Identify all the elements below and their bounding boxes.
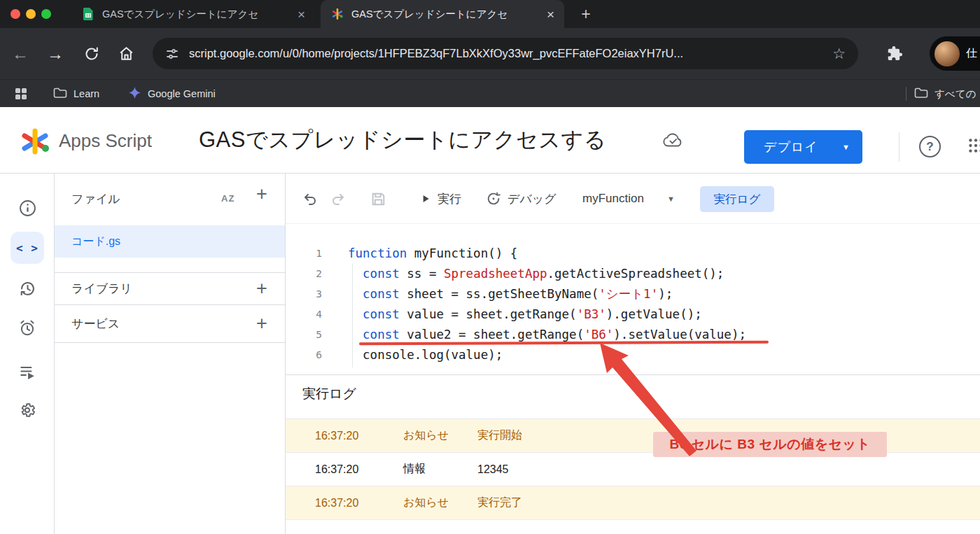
- files-sidebar: ファイル AZ + コード.gs ライブラリ + サービス +: [55, 174, 286, 534]
- line-number: 3: [286, 284, 322, 304]
- bookmark-label: Google Gemini: [148, 88, 216, 99]
- bookmark-folder-all[interactable]: すべての: [914, 80, 976, 108]
- folder-icon: [914, 87, 928, 101]
- triggers-clock-icon[interactable]: [0, 319, 55, 337]
- debug-label: デバッグ: [507, 191, 556, 207]
- indent-guide: [352, 264, 353, 367]
- settings-gear-icon[interactable]: [0, 401, 55, 419]
- code-line[interactable]: 6 console.log(value);: [286, 345, 980, 365]
- code-line[interactable]: 1function myFunction() {: [286, 244, 980, 264]
- help-button[interactable]: ?: [919, 136, 941, 157]
- line-number: 1: [286, 244, 322, 264]
- run-button[interactable]: 実行: [420, 174, 461, 224]
- log-row: 16:37:20 情報 12345: [286, 453, 980, 486]
- save-icon[interactable]: [370, 174, 387, 224]
- bookmark-learn[interactable]: Learn: [53, 80, 99, 108]
- add-file-button[interactable]: +: [256, 183, 267, 205]
- tab-title: GASでスプレッドシートにアクセ: [102, 8, 290, 21]
- gemini-icon: [128, 86, 141, 101]
- profile-button[interactable]: 仕: [930, 36, 980, 71]
- line-number: 6: [286, 345, 322, 365]
- forward-button[interactable]: →: [42, 28, 69, 79]
- bookmark-gemini[interactable]: Google Gemini: [128, 80, 216, 108]
- execution-log-button[interactable]: 実行ログ: [700, 186, 774, 212]
- line-number: 5: [286, 325, 322, 345]
- apps-script-logo: [18, 127, 52, 159]
- google-apps-grid-icon[interactable]: [967, 136, 980, 157]
- log-time: 16:37:20: [286, 430, 403, 442]
- file-item-code-gs[interactable]: コード.gs: [55, 225, 285, 258]
- app-header: Apps Script GASでスプレッドシートにアクセスする デプロイ ▼ ?: [0, 107, 980, 174]
- chevron-down-icon[interactable]: ▼: [842, 143, 850, 151]
- app-name[interactable]: Apps Script: [59, 127, 152, 155]
- close-tab-icon[interactable]: ×: [298, 8, 305, 21]
- url-text[interactable]: script.google.com/u/0/home/projects/1HFP…: [189, 47, 824, 60]
- services-label: サービス: [71, 316, 120, 332]
- left-icon-rail: < >: [0, 174, 55, 534]
- profile-label: 仕: [966, 46, 977, 61]
- new-tab-button[interactable]: +: [574, 0, 598, 28]
- code-text[interactable]: const value = sheet.getRange('B3').getVa…: [322, 304, 702, 325]
- add-service-button[interactable]: +: [256, 313, 267, 335]
- debug-icon: [486, 191, 501, 206]
- project-title[interactable]: GASでスプレッドシートにアクセスする: [199, 124, 606, 156]
- reload-icon[interactable]: [78, 28, 105, 79]
- bookmarks-divider: [906, 87, 906, 101]
- header-divider: [899, 132, 899, 162]
- code-line[interactable]: 4 const value = sheet.getRange('B3').get…: [286, 304, 980, 325]
- libraries-section: ライブラリ +: [55, 272, 285, 304]
- code-text[interactable]: const sheet = ss.getSheetByName('シート1');: [322, 284, 673, 304]
- code-text[interactable]: function myFunction() {: [322, 244, 517, 264]
- undo-icon[interactable]: [301, 174, 318, 224]
- extensions-icon[interactable]: [881, 28, 909, 79]
- code-line[interactable]: 2 const ss = SpreadsheetApp.getActiveSpr…: [286, 264, 980, 284]
- close-window-button[interactable]: [10, 9, 20, 19]
- back-button[interactable]: ←: [7, 28, 34, 79]
- executions-icon[interactable]: [0, 363, 55, 381]
- code-text[interactable]: console.log(value);: [322, 345, 503, 365]
- project-history-icon[interactable]: [0, 279, 55, 298]
- close-tab-icon[interactable]: ×: [547, 8, 554, 21]
- apps-grid-icon[interactable]: [8, 80, 34, 108]
- folder-icon: [53, 87, 67, 101]
- window-controls: [10, 9, 51, 19]
- code-line[interactable]: 3 const sheet = ss.getSheetByName('シート1'…: [286, 284, 980, 304]
- deploy-button[interactable]: デプロイ ▼: [744, 130, 862, 164]
- log-type: 情報: [403, 462, 477, 477]
- chevron-down-icon[interactable]: ▼: [667, 174, 675, 224]
- function-selector[interactable]: myFunction: [582, 174, 644, 224]
- deploy-label: デプロイ: [764, 139, 818, 155]
- site-info-icon[interactable]: [165, 47, 179, 61]
- redo-icon[interactable]: [330, 174, 347, 224]
- line-number: 2: [286, 264, 322, 284]
- minimize-window-button[interactable]: [26, 9, 36, 19]
- editor-code-icon[interactable]: < >: [10, 232, 44, 264]
- bookmark-label: すべての: [934, 87, 976, 101]
- bookmark-star-icon[interactable]: ☆: [832, 45, 846, 62]
- browser-tab-sheets[interactable]: GASでスプレッドシートにアクセ ×: [71, 0, 315, 28]
- sort-files-icon[interactable]: AZ: [221, 193, 234, 204]
- overview-info-icon[interactable]: [0, 199, 55, 218]
- home-icon[interactable]: [113, 28, 139, 79]
- add-library-button[interactable]: +: [256, 278, 267, 300]
- zoom-window-button[interactable]: [41, 9, 51, 19]
- browser-tab-apps-script[interactable]: GASでスプレッドシートにアクセ ×: [321, 0, 564, 28]
- apps-script-icon: [330, 7, 344, 21]
- bookmark-label: Learn: [74, 88, 99, 99]
- editor-toolbar: 実行 デバッグ myFunction ▼ 実行ログ: [286, 174, 980, 224]
- run-label: 実行: [438, 191, 461, 207]
- log-type: お知らせ: [403, 428, 477, 443]
- debug-button[interactable]: デバッグ: [486, 174, 556, 224]
- bookmarks-bar: Learn Google Gemini すべての: [0, 79, 980, 107]
- annotation-label: B6 セルに B3 セルの値をセット: [653, 432, 887, 457]
- cloud-saved-icon: [662, 132, 683, 151]
- log-message: 12345: [477, 463, 980, 476]
- services-section: サービス +: [55, 304, 285, 343]
- log-time: 16:37:20: [286, 463, 403, 476]
- tab-title: GASでスプレッドシートにアクセ: [351, 8, 540, 21]
- play-icon: [420, 193, 431, 204]
- code-editor[interactable]: 1function myFunction() { 2 const ss = Sp…: [286, 224, 980, 374]
- address-bar[interactable]: script.google.com/u/0/home/projects/1HFP…: [153, 38, 858, 69]
- code-text[interactable]: const ss = SpreadsheetApp.getActiveSprea…: [322, 264, 724, 284]
- log-row: 16:37:20 お知らせ 実行完了: [286, 486, 980, 520]
